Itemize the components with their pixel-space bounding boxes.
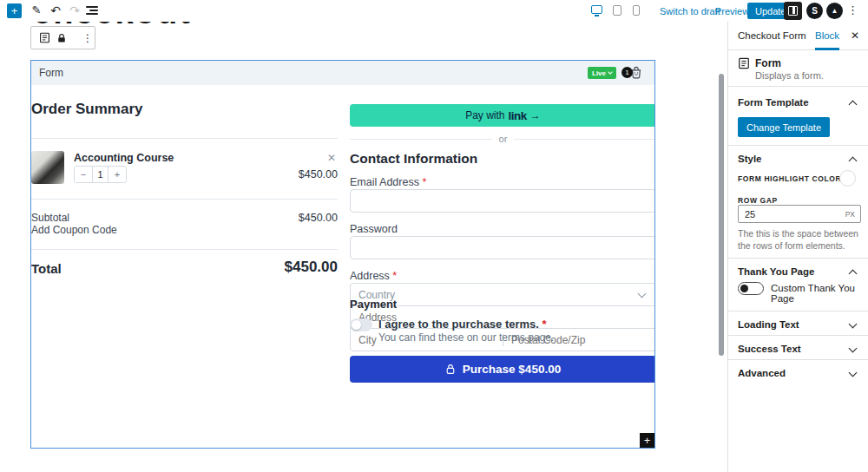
divider (728, 258, 868, 259)
product-thumbnail (31, 151, 64, 184)
chevron-up-icon (849, 270, 858, 279)
required-asterisk: * (392, 270, 397, 282)
panel-success-text[interactable]: Success Text (728, 339, 868, 360)
tablet-preview-icon[interactable] (613, 5, 621, 16)
astra-logo-icon[interactable]: ▲ (826, 3, 843, 19)
form-block-icon (738, 57, 750, 73)
form-block[interactable]: Form Live 1 Order Summary Accounting Cou… (30, 60, 655, 449)
qty-increase-button[interactable]: + (108, 167, 126, 182)
email-label: Email Address * (350, 176, 426, 188)
preview-link[interactable]: Preview (715, 6, 749, 16)
pay-with-link-button[interactable]: Pay with link → (350, 104, 655, 127)
sidebar-panel-icon (788, 6, 798, 16)
divider (728, 335, 868, 336)
qty-decrease-button[interactable]: − (75, 167, 92, 182)
row-gap-control: PX (738, 205, 861, 223)
desktop-preview-icon[interactable] (591, 5, 602, 14)
product-name: Accounting Course (74, 152, 174, 164)
custom-thank-you-label: Custom Thank You Page (771, 283, 868, 304)
terms-label: I agree to the purchase terms. * (378, 318, 547, 331)
options-menu-icon[interactable]: ⋮ (847, 3, 858, 16)
block-card-description: Displays a form. (755, 70, 824, 81)
terms-help-text: You can find these on our terms page. (378, 331, 554, 344)
row-gap-label: ROW GAP (738, 196, 778, 205)
settings-sidebar: Checkout Form Block ✕ Form Displays a fo… (727, 22, 868, 472)
panel-thank-you-page[interactable]: Thank You Page (728, 262, 868, 283)
change-template-button[interactable]: Change Template (738, 117, 830, 137)
total-label: Total (31, 261, 62, 276)
panel-advanced[interactable]: Advanced (728, 364, 868, 384)
remove-product-icon[interactable]: ✕ (327, 152, 336, 164)
highlight-color-swatch[interactable] (839, 170, 856, 187)
divider (728, 359, 868, 360)
live-mode-dropdown[interactable]: Live (588, 67, 616, 79)
block-appender-button[interactable]: + (640, 433, 654, 448)
subtotal-label: Subtotal (31, 212, 69, 224)
edit-tool-icon[interactable]: ✎ (29, 3, 44, 18)
switch-to-draft-link[interactable]: Switch to draft (660, 6, 720, 16)
block-card-title: Form (755, 57, 781, 69)
custom-thank-you-toggle[interactable] (738, 282, 764, 295)
undo-icon[interactable]: ↶ (48, 3, 63, 18)
block-toolbar: ⋮ (30, 26, 95, 49)
divider (31, 199, 338, 200)
panel-loading-text[interactable]: Loading Text (728, 315, 868, 336)
panel-style[interactable]: Style (728, 149, 868, 170)
cart-count-badge: 1 (621, 67, 633, 78)
surecart-logo-icon[interactable]: S (806, 3, 823, 19)
form-block-icon[interactable] (37, 31, 51, 45)
total-value: $450.00 (285, 259, 338, 276)
form-highlight-color-label: FORM HIGHLIGHT COLOR (738, 174, 841, 183)
lock-icon[interactable] (55, 31, 69, 45)
contact-information-title: Contact Information (350, 151, 477, 167)
chevron-up-icon (849, 101, 858, 109)
quantity-stepper: − 1 + (74, 166, 127, 183)
qty-value[interactable]: 1 (92, 167, 108, 182)
block-options-icon[interactable]: ⋮ (81, 31, 95, 45)
chevron-down-icon (638, 290, 647, 298)
chevron-down-icon (608, 69, 613, 75)
required-asterisk: * (542, 318, 547, 331)
row-gap-input[interactable] (739, 206, 834, 222)
or-divider: or (350, 134, 655, 144)
settings-sidebar-toggle[interactable] (784, 2, 802, 20)
purchase-button[interactable]: Purchase $450.00 (350, 356, 655, 383)
mobile-preview-icon[interactable] (633, 5, 640, 16)
payment-title: Payment (350, 298, 397, 311)
chevron-down-icon (849, 369, 858, 377)
canvas-scrollbar[interactable] (719, 74, 724, 356)
subtotal-value: $450.00 (299, 212, 338, 224)
divider (31, 249, 338, 250)
toggle-knob (352, 320, 361, 330)
add-coupon-link[interactable]: Add Coupon Code (31, 224, 117, 236)
close-sidebar-icon[interactable]: ✕ (851, 30, 859, 42)
email-field[interactable] (350, 189, 655, 213)
redo-icon[interactable]: ↷ (67, 3, 82, 18)
row-gap-unit: PX (845, 210, 855, 219)
sidebar-tabs: Checkout Form Block ✕ (728, 22, 868, 50)
required-asterisk: * (422, 176, 426, 188)
order-summary-title: Order Summary (31, 101, 143, 118)
toggle-knob (740, 285, 748, 292)
password-label: Password (350, 223, 398, 235)
divider (728, 311, 868, 311)
panel-form-template[interactable]: Form Template (728, 93, 868, 114)
chevron-up-icon (849, 157, 858, 166)
lock-icon (445, 364, 456, 375)
product-price: $450.00 (299, 168, 338, 180)
chevron-down-icon (849, 320, 858, 329)
row-gap-help-text: The this is the space between the rows o… (738, 227, 863, 252)
form-block-label: Form (39, 67, 63, 79)
divider (31, 138, 338, 139)
tab-block[interactable]: Block (815, 22, 839, 50)
checkout-fields-section: Pay with link → or Contact Information E… (350, 85, 655, 449)
editor-canvas: checkout ⋮ Form Live 1 Order (0, 22, 727, 472)
password-field[interactable] (350, 236, 655, 259)
order-summary-section: Order Summary Accounting Course ✕ − 1 + … (31, 85, 338, 449)
block-inserter-button[interactable]: + (7, 3, 22, 18)
tab-checkout-form[interactable]: Checkout Form (738, 22, 806, 50)
block-info-card: Form Displays a form. (728, 50, 868, 87)
form-block-header: Form (31, 61, 654, 85)
list-view-icon[interactable] (86, 6, 98, 16)
terms-toggle[interactable] (350, 318, 372, 331)
